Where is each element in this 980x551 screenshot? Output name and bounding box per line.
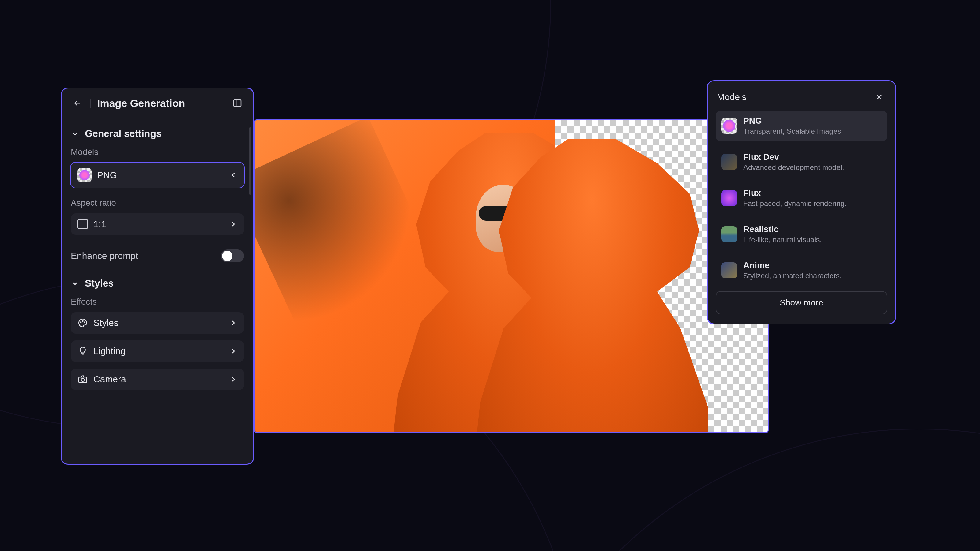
- svg-point-1: [80, 322, 81, 322]
- enhance-prompt-label: Enhance prompt: [71, 251, 221, 261]
- model-desc: Stylized, animated characters.: [743, 272, 842, 280]
- chevron-down-icon: [71, 130, 79, 138]
- palette-icon: [78, 318, 88, 328]
- camera-icon: [78, 374, 88, 384]
- models-popover: Models PNG Transparent, Scalable Images …: [707, 80, 896, 324]
- chevron-down-icon: [71, 279, 79, 288]
- model-selector[interactable]: PNG: [71, 162, 244, 187]
- model-option-flux[interactable]: Flux Fast-paced, dynamic rendering.: [716, 183, 887, 213]
- camera-selector[interactable]: Camera: [71, 368, 244, 390]
- effect-label: Lighting: [94, 346, 126, 356]
- chevron-right-icon: [229, 347, 237, 355]
- svg-rect-4: [79, 377, 87, 383]
- model-thumb-icon: [78, 168, 92, 182]
- model-thumb-icon: [721, 154, 737, 170]
- panel-title: Image Generation: [97, 97, 224, 109]
- svg-point-5: [81, 378, 84, 381]
- chevron-right-icon: [229, 220, 237, 228]
- models-label: Models: [71, 146, 244, 162]
- model-desc: Transparent, Scalable Images: [743, 127, 841, 136]
- popover-title: Models: [717, 92, 872, 102]
- model-option-anime[interactable]: Anime Stylized, animated characters.: [716, 255, 887, 286]
- model-desc: Life-like, natural visuals.: [743, 235, 822, 244]
- selected-model-name: PNG: [97, 170, 117, 180]
- model-name: Flux Dev: [743, 152, 844, 162]
- panel-header: Image Generation: [62, 89, 253, 118]
- section-toggle-general[interactable]: General settings: [71, 125, 244, 146]
- scrollbar[interactable]: [249, 127, 251, 195]
- show-more-button[interactable]: Show more: [716, 291, 887, 314]
- settings-panel: Image Generation General settings Models…: [60, 87, 254, 465]
- model-name: Anime: [743, 260, 842, 270]
- chevron-right-icon: [229, 319, 237, 327]
- model-thumb-icon: [721, 262, 737, 278]
- arrow-left-icon: [73, 98, 82, 108]
- sidebar-toggle-button[interactable]: [231, 97, 244, 110]
- show-more-label: Show more: [780, 298, 823, 308]
- section-heading: Styles: [85, 278, 114, 289]
- model-name: PNG: [743, 116, 841, 126]
- model-thumb-icon: [721, 190, 737, 206]
- model-thumb-icon: [721, 118, 737, 134]
- effects-label: Effects: [71, 296, 244, 312]
- aspect-ratio-selector[interactable]: 1:1: [71, 213, 244, 235]
- svg-point-2: [83, 321, 83, 321]
- model-option-flux-dev[interactable]: Flux Dev Advanced development model.: [716, 147, 887, 177]
- close-icon: [875, 93, 883, 101]
- model-option-realistic[interactable]: Realistic Life-like, natural visuals.: [716, 219, 887, 249]
- model-option-png[interactable]: PNG Transparent, Scalable Images: [716, 111, 887, 141]
- svg-rect-0: [234, 100, 241, 106]
- model-name: Realistic: [743, 224, 822, 234]
- model-thumb-icon: [721, 226, 737, 242]
- canvas-preview[interactable]: [254, 119, 769, 433]
- model-name: Flux: [743, 188, 847, 198]
- chevron-left-icon: [229, 171, 237, 179]
- square-icon: [78, 219, 88, 229]
- chevron-right-icon: [229, 375, 237, 383]
- model-desc: Advanced development model.: [743, 163, 844, 172]
- lightbulb-icon: [78, 346, 88, 356]
- section-toggle-styles[interactable]: Styles: [71, 275, 244, 296]
- model-desc: Fast-paced, dynamic rendering.: [743, 199, 847, 208]
- divider: [90, 98, 91, 108]
- background-wave: [490, 429, 980, 551]
- styles-selector[interactable]: Styles: [71, 312, 244, 333]
- section-heading: General settings: [85, 128, 162, 139]
- effect-label: Styles: [94, 318, 119, 328]
- svg-point-3: [84, 322, 85, 322]
- aspect-ratio-label: Aspect ratio: [71, 197, 244, 213]
- panel-left-icon: [232, 98, 242, 108]
- toggle-knob: [222, 251, 232, 261]
- enhance-prompt-toggle[interactable]: [221, 249, 244, 262]
- back-button[interactable]: [71, 97, 84, 110]
- aspect-ratio-value: 1:1: [94, 219, 106, 229]
- effect-label: Camera: [94, 374, 126, 384]
- lighting-selector[interactable]: Lighting: [71, 340, 244, 362]
- close-button[interactable]: [872, 90, 886, 104]
